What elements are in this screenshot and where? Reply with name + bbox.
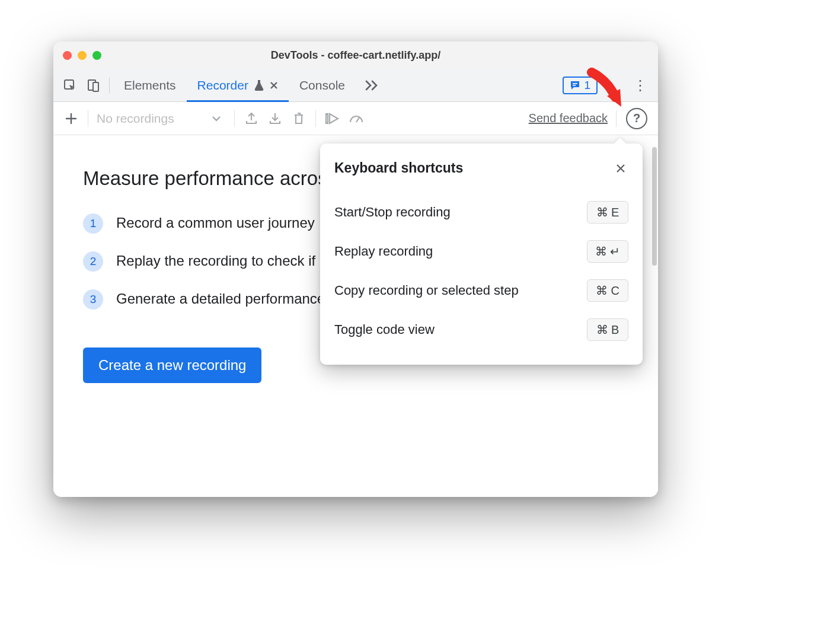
separator [109, 78, 110, 93]
recordings-dropdown[interactable]: No recordings [93, 111, 229, 126]
step-number-icon: 2 [83, 251, 103, 272]
dropdown-placeholder: No recordings [97, 111, 174, 126]
replay-icon [321, 107, 344, 130]
svg-rect-3 [573, 83, 577, 84]
message-icon [570, 80, 580, 91]
import-icon [263, 107, 287, 130]
devtools-tabbar: Elements Recorder Console 1 [53, 69, 658, 102]
separator [616, 110, 617, 127]
inspect-element-icon[interactable] [58, 74, 82, 97]
shortcut-row: Copy recording or selected step ⌘ C [334, 271, 628, 310]
shortcut-key: ⌘ B [587, 318, 628, 341]
shortcut-label: Toggle code view [334, 322, 435, 337]
shortcut-row: Replay recording ⌘ ↵ [334, 232, 628, 271]
flask-icon [254, 80, 264, 91]
shortcuts-popover: Keyboard shortcuts Start/Stop recording … [320, 144, 643, 365]
shortcut-key: ⌘ ↵ [587, 240, 628, 263]
close-icon[interactable] [613, 161, 628, 176]
shortcut-row: Start/Stop recording ⌘ E [334, 193, 628, 232]
svg-rect-4 [573, 85, 576, 86]
popover-title: Keyboard shortcuts [334, 160, 463, 176]
tab-recorder[interactable]: Recorder [187, 69, 289, 101]
tab-label: Console [299, 78, 345, 93]
titlebar: DevTools - coffee-cart.netlify.app/ [53, 42, 658, 69]
help-icon[interactable]: ? [626, 108, 647, 129]
window-title: DevTools - coffee-cart.netlify.app/ [53, 49, 658, 62]
more-tabs-icon[interactable] [359, 80, 384, 91]
delete-icon [287, 107, 311, 130]
send-feedback-link[interactable]: Send feedback [529, 111, 608, 125]
separator [234, 110, 235, 127]
step-number-icon: 1 [83, 213, 103, 234]
chevron-down-icon [212, 116, 221, 122]
scrollbar[interactable] [652, 147, 657, 266]
tab-label: Elements [124, 78, 176, 93]
svg-rect-2 [93, 82, 98, 91]
tab-elements[interactable]: Elements [113, 69, 187, 101]
shortcut-row: Toggle code view ⌘ B [334, 310, 628, 349]
issues-badge[interactable]: 1 [563, 76, 598, 94]
step-text: Record a common user journey [116, 212, 315, 234]
separator [315, 110, 316, 127]
create-recording-button[interactable]: Create a new recording [83, 347, 261, 383]
step-number-icon: 3 [83, 289, 103, 310]
more-options-icon[interactable]: ⋮ [627, 77, 653, 94]
shortcut-label: Start/Stop recording [334, 205, 451, 220]
svg-rect-5 [326, 114, 328, 123]
issues-count: 1 [584, 79, 590, 92]
recorder-toolbar: No recordings Send feedback ? [53, 102, 658, 135]
device-toolbar-icon[interactable] [82, 74, 106, 97]
tab-label: Recorder [197, 78, 248, 93]
separator [88, 110, 88, 127]
new-recording-icon[interactable] [59, 107, 83, 130]
shortcut-label: Copy recording or selected step [334, 283, 519, 298]
tab-console[interactable]: Console [289, 69, 356, 101]
recorder-content: Measure performance across an entire use… [53, 135, 658, 497]
export-icon [239, 107, 263, 130]
shortcut-label: Replay recording [334, 244, 433, 259]
shortcut-key: ⌘ E [587, 201, 628, 224]
devtools-window: DevTools - coffee-cart.netlify.app/ Elem… [53, 42, 658, 497]
close-tab-icon[interactable] [270, 81, 278, 90]
shortcut-key: ⌘ C [587, 279, 628, 302]
performance-icon [344, 107, 368, 130]
